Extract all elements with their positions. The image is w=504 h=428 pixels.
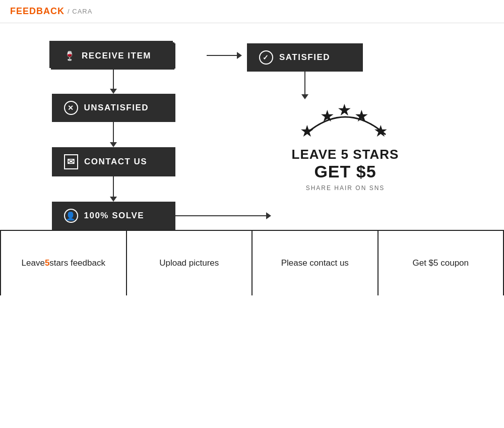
unsatisfied-label: UNSATISFIED — [84, 103, 149, 113]
arrow-down-1 — [110, 69, 117, 94]
star-5: ★ — [373, 123, 388, 139]
bottom-feedback-pre: Leave — [22, 257, 45, 269]
bottom-feedback-post: stars feedback — [49, 257, 105, 269]
receive-item-label: RECEIVE ITEM — [82, 51, 151, 61]
header-subtitle: / CARA — [68, 8, 92, 15]
stars-arc: ★ ★ ★ ★ ★ — [295, 97, 396, 142]
star-3: ★ — [337, 102, 352, 118]
unsatisfied-box: ✕ UNSATISFIED — [52, 94, 175, 122]
arrow-right-top — [207, 43, 242, 59]
solve-row: 👤 100% SOLVE — [52, 202, 175, 230]
solve-label: 100% SOLVE — [84, 211, 145, 221]
contact-us-box: ✉ CONTACT US — [52, 147, 175, 176]
satisfied-row-wrapper: ✓ SATISFIED — [207, 43, 484, 99]
goblet-icon: 🍷 — [64, 50, 76, 62]
bottom-item-contact: Please contact us — [253, 231, 379, 295]
stars-line1: LEAVE 5 STARS — [292, 147, 399, 162]
satisfied-box: ✓ SATISFIED — [247, 43, 363, 72]
arrow-down-3 — [110, 176, 117, 202]
header-title: FEEDBACK — [10, 6, 65, 17]
bottom-item-pictures: Upload pictures — [127, 231, 253, 295]
star-1: ★ — [300, 123, 314, 139]
right-flowchart: ✓ SATISFIED ★ ★ ★ ★ — [207, 28, 484, 230]
x-circle-icon: ✕ — [64, 101, 78, 115]
stars-section: ★ ★ ★ ★ ★ LEAVE 5 STARS GET $5 SHARE HAI… — [292, 97, 399, 192]
arrow-down-2 — [110, 122, 117, 147]
header: FEEDBACK / CARA — [0, 0, 504, 23]
person-icon: 👤 — [64, 209, 78, 223]
solve-box: 👤 100% SOLVE — [52, 202, 175, 230]
arrow-down-satisfied — [247, 72, 363, 99]
receive-item-box: 🍷 RECEIVE ITEM — [52, 43, 175, 69]
stars-line3: SHARE HAIR ON SNS — [306, 185, 385, 192]
left-flowchart: 🍷 RECEIVE ITEM ✕ UNSATISFIED ✉ CONTACT U… — [20, 28, 207, 230]
star-4: ★ — [354, 108, 369, 124]
bottom-item-feedback: Leave 5 stars feedback — [0, 231, 127, 295]
arrow-right-solve — [175, 212, 271, 219]
content-area: 🍷 RECEIVE ITEM ✕ UNSATISFIED ✉ CONTACT U… — [0, 23, 504, 230]
envelope-icon: ✉ — [64, 154, 79, 169]
receive-item-wrapper: 🍷 RECEIVE ITEM — [52, 43, 175, 69]
bottom-feedback-num: 5 — [45, 257, 49, 269]
satisfied-label: SATISFIED — [279, 52, 330, 63]
bottom-bar: Leave 5 stars feedback Upload pictures P… — [0, 230, 504, 295]
satisfied-wrapper: ✓ SATISFIED — [247, 43, 363, 99]
star-2: ★ — [320, 108, 335, 124]
stars-line2: GET $5 — [314, 162, 376, 181]
check-circle-icon: ✓ — [259, 50, 273, 65]
contact-us-label: CONTACT US — [84, 157, 147, 167]
bottom-item-coupon: Get $5 coupon — [379, 231, 505, 295]
